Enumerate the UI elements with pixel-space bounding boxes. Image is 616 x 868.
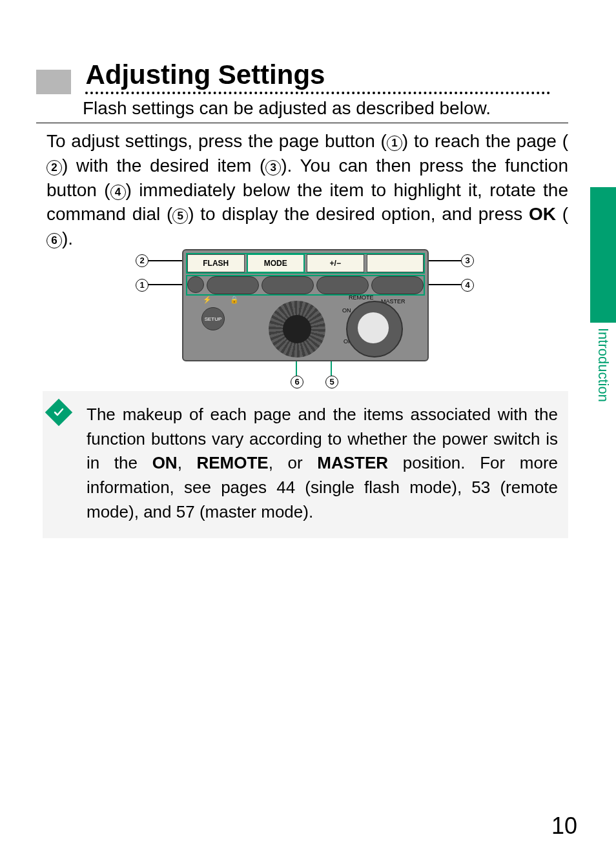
- body-p1: To adjust settings, press the page butto…: [46, 131, 387, 151]
- callout-3: 3: [461, 254, 474, 267]
- section-label-text: Introduction: [595, 323, 611, 402]
- body-ok: OK: [529, 204, 556, 224]
- callout-2: 2: [136, 254, 149, 267]
- power-switch-knob: [358, 312, 389, 343]
- page: Introduction Adjusting Settings Flash se…: [0, 0, 616, 868]
- ref-6: 6: [46, 233, 62, 248]
- setup-label: SETUP: [205, 316, 222, 322]
- ref-1: 1: [387, 136, 402, 151]
- ref-2: 2: [46, 160, 62, 176]
- ref-5: 5: [172, 208, 188, 224]
- note-icon: [45, 399, 72, 426]
- callout-5: 5: [325, 376, 338, 389]
- header: Adjusting Settings Flash settings can be…: [36, 59, 568, 119]
- status-icon-row: ⚡ 🔒: [203, 296, 239, 304]
- body-p2: ) to reach the page (: [402, 131, 568, 151]
- title-bullet: [36, 70, 71, 94]
- lock-icon: 🔒: [230, 296, 239, 304]
- header-rule: [36, 123, 568, 123]
- page-subtitle: Flash settings can be adjusted as descri…: [83, 98, 568, 119]
- function-button-2[interactable]: [262, 276, 314, 294]
- power-switch[interactable]: [346, 301, 403, 358]
- function-button-1[interactable]: [207, 276, 259, 294]
- function-button-row: [187, 276, 424, 294]
- body-paragraph: To adjust settings, press the page butto…: [46, 129, 568, 251]
- section-color-tab: [590, 187, 616, 323]
- leader-3: [425, 260, 465, 261]
- callout-1: 1: [136, 279, 149, 292]
- setup-button[interactable]: SETUP: [201, 307, 225, 330]
- control-panel-diagram: 2 1 3 4 5 6 FLASH MODE +/− ⚡ 🔒: [142, 249, 466, 385]
- body-p7: (: [556, 204, 568, 224]
- command-dial[interactable]: [269, 301, 325, 358]
- device-body: FLASH MODE +/− ⚡ 🔒 SETUP REMOTE MASTE: [182, 249, 429, 361]
- page-button[interactable]: [187, 276, 204, 293]
- lcd-comp: +/−: [307, 254, 364, 272]
- lcd-blank: [367, 254, 424, 272]
- note-c1: ,: [178, 453, 197, 472]
- callout-6: 6: [291, 376, 303, 389]
- body-p8: ).: [62, 228, 73, 248]
- power-label-on: ON: [342, 307, 351, 314]
- function-button-3[interactable]: [316, 276, 369, 294]
- lcd-flash: FLASH: [187, 254, 245, 272]
- note-on: ON: [152, 453, 178, 472]
- ref-4: 4: [110, 185, 126, 200]
- ok-button[interactable]: [283, 315, 311, 343]
- page-number: 10: [551, 812, 577, 840]
- note-c2: , or: [269, 453, 318, 472]
- ref-3: 3: [265, 160, 281, 176]
- note-remote: REMOTE: [196, 453, 268, 472]
- section-label: Introduction: [590, 323, 616, 426]
- power-label-remote: REMOTE: [349, 294, 374, 301]
- note-master: MASTER: [317, 453, 388, 472]
- lcd-row: FLASH MODE +/−: [187, 254, 424, 272]
- note-box: The makeup of each page and the items as…: [43, 391, 568, 538]
- function-button-4[interactable]: [371, 276, 424, 294]
- body-p3: ) with the desired item (: [62, 156, 265, 176]
- callout-4: 4: [461, 279, 474, 292]
- body-p6: ) to display the desired option, and pre…: [188, 204, 529, 224]
- bolt-icon: ⚡: [203, 296, 212, 304]
- page-title: Adjusting Settings: [85, 59, 550, 94]
- lcd-mode: MODE: [247, 254, 305, 272]
- leader-4: [425, 284, 465, 285]
